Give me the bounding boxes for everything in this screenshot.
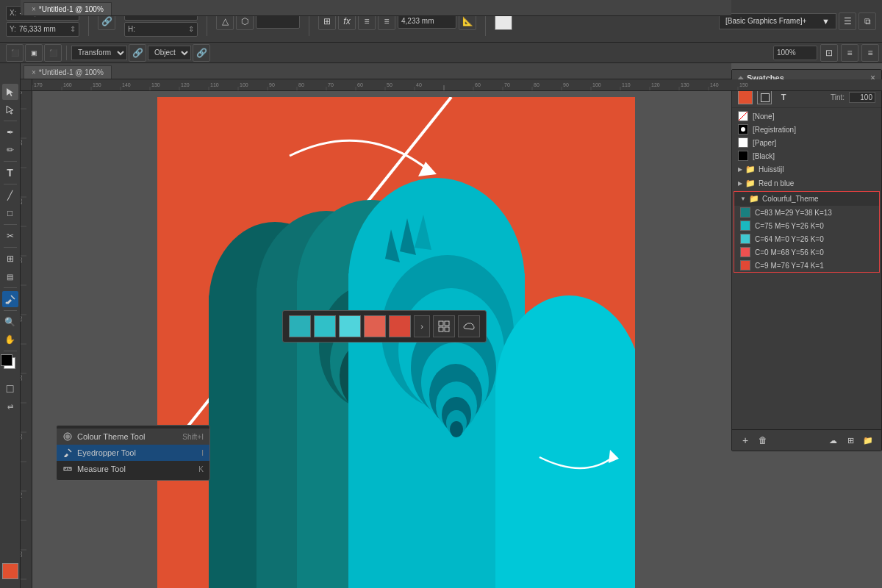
theme-color-3[interactable]: [339, 315, 361, 337]
swatch-none[interactable]: [None]: [732, 110, 881, 123]
measure-tool-icon: [62, 464, 73, 474]
object-dropdown[interactable]: Object: [148, 46, 191, 60]
color-theme-popup[interactable]: ›: [282, 310, 487, 343]
zoom-tool-btn[interactable]: 🔍: [2, 314, 18, 330]
eyedropper-icon: [5, 294, 15, 304]
frame-type-dropdown[interactable]: [Basic Graphics Frame]+ ▼: [719, 13, 836, 29]
theme-next-btn[interactable]: ›: [414, 315, 430, 337]
pen-tool-btn[interactable]: ✒: [2, 124, 18, 140]
theme-cloud-btn[interactable]: [458, 315, 480, 337]
theme-grid-btn[interactable]: [433, 315, 455, 337]
panel-folder-btn[interactable]: 📁: [861, 433, 875, 448]
document-tab[interactable]: × *Untitled-1 @ 100%: [24, 2, 112, 15]
theme-color-4[interactable]: [364, 315, 386, 337]
swatch-list[interactable]: [None] [Registration] [Paper] [B: [732, 108, 881, 429]
transform-dropdown[interactable]: Transform: [71, 46, 127, 60]
more-options-btn[interactable]: ☰: [839, 12, 856, 30]
direct-select-tool-btn[interactable]: [2, 101, 18, 118]
artwork-bg[interactable]: [157, 97, 635, 588]
group-red-n-blue[interactable]: ▶ 📁 Red n blue: [732, 176, 881, 190]
swatch-paper[interactable]: [Paper]: [732, 136, 881, 149]
view-mode-btn[interactable]: ≡: [841, 44, 858, 62]
swatch-text-icon[interactable]: T: [776, 90, 791, 104]
swatch-c75m6y26k0[interactable]: C=75 M=6 Y=26 K=0: [734, 219, 879, 232]
free-transform-btn[interactable]: ⊞: [2, 251, 18, 267]
align-section: ⬛ ▣ ⬛ Transform 🔗 Object 🔗: [3, 44, 213, 62]
eyedropper-tool-item[interactable]: Eyedropper Tool I: [57, 445, 209, 461]
ruler-corner: [21, 79, 32, 91]
canvas-tab[interactable]: × *Untitled-1 @ 100%: [24, 65, 112, 79]
y-field[interactable]: Y: 76,333 mm ⇕: [6, 22, 79, 37]
view-mode2-btn[interactable]: ≡: [861, 44, 879, 62]
panel-add-btn[interactable]: +: [738, 433, 753, 448]
h-field[interactable]: H: ⇕: [124, 22, 198, 37]
tool-sep-3: [4, 184, 17, 184]
svg-text:130: 130: [151, 82, 160, 87]
type-tool-btn[interactable]: T: [2, 165, 18, 181]
select-tool-btn[interactable]: [2, 84, 18, 100]
group-huisstijl[interactable]: ▶ 📁 Huisstijl: [732, 162, 881, 176]
group-colourful-theme[interactable]: ▼ 📁 Colourful_Theme: [734, 192, 879, 206]
align-left2-btn[interactable]: ⬛: [6, 44, 24, 62]
eyedropper-tool-btn[interactable]: [2, 291, 18, 307]
lock2-btn[interactable]: 🔗: [129, 44, 146, 62]
artwork-area[interactable]: [157, 97, 672, 588]
theme-color-2[interactable]: [314, 315, 336, 337]
y-arrows[interactable]: ⇕: [70, 25, 76, 33]
svg-text:90: 90: [269, 82, 275, 87]
fill-none-btn[interactable]: □: [2, 381, 18, 397]
svg-text:50: 50: [21, 375, 23, 381]
swatch-black[interactable]: [Black]: [732, 149, 881, 162]
red-n-blue-label: Red n blue: [759, 179, 794, 187]
accent-color-swatch[interactable]: [2, 563, 18, 579]
swatch-stroke-icon[interactable]: [757, 90, 772, 104]
theme-color-1[interactable]: [289, 315, 311, 337]
h-arrows[interactable]: ⇕: [188, 25, 194, 33]
lock3-btn[interactable]: 🔗: [193, 44, 210, 62]
measure-tool-item[interactable]: Measure Tool K: [57, 461, 209, 477]
pencil-tool-btn[interactable]: ✏: [2, 142, 18, 158]
panel-grid-view-btn[interactable]: ⊞: [843, 433, 858, 448]
svg-point-117: [65, 434, 70, 439]
panel-delete-btn[interactable]: 🗑: [756, 433, 770, 448]
align-center2-btn[interactable]: ▣: [25, 44, 43, 62]
frame-options-btn[interactable]: ⧉: [858, 12, 876, 30]
y-label: Y:: [10, 25, 16, 33]
paper-label: [Paper]: [753, 139, 776, 147]
svg-text:60: 60: [357, 82, 363, 87]
note-tool-btn[interactable]: ✉: [2, 585, 18, 588]
line-tool-btn[interactable]: ╱: [2, 187, 18, 204]
panel-menu-btn[interactable]: ☁: [825, 433, 840, 448]
fg-color-swatch[interactable]: [1, 354, 12, 366]
y-value: 76,333 mm: [19, 25, 56, 33]
gradient-tool-btn[interactable]: ▤: [2, 268, 18, 284]
swatch-c64m0y26k0[interactable]: C=64 M=0 Y=26 K=0: [734, 232, 879, 245]
svg-text:140: 140: [122, 82, 131, 87]
swap-colors-btn[interactable]: ⇄: [2, 398, 18, 415]
colourful-theme-label: Colourful_Theme: [762, 195, 819, 203]
theme-color-5[interactable]: [389, 315, 411, 337]
canvas-area[interactable]: × *Untitled-1 @ 100% 170 160 150 140 130: [21, 63, 882, 588]
swatch-c83m29y38k13[interactable]: C=83 M=29 Y=38 K=13: [734, 206, 879, 219]
swatch-c0m68y56k0[interactable]: C=0 M=68 Y=56 K=0: [734, 245, 879, 259]
zoom-field[interactable]: 100%: [773, 46, 817, 60]
huisstijl-arrow: ▶: [738, 166, 742, 173]
tab-close-icon[interactable]: ×: [32, 5, 36, 13]
eyedropper-tool-icon: [62, 448, 73, 458]
color-theme-tool-item[interactable]: Colour Theme Tool Shift+I: [57, 429, 209, 445]
swatch-c9m76y74k1[interactable]: C=9 M=76 Y=74 K=1: [734, 259, 879, 272]
hand-tool-btn[interactable]: ✋: [2, 331, 18, 348]
svg-text:70: 70: [504, 82, 510, 87]
rect-tool-btn[interactable]: □: [2, 205, 18, 221]
swatch-active-color[interactable]: [738, 90, 753, 104]
color-swatch-stack: [1, 354, 20, 373]
canvas-tab-close[interactable]: ×: [32, 68, 36, 76]
swatch-registration[interactable]: [Registration]: [732, 123, 881, 136]
align-right2-btn[interactable]: ⬛: [44, 44, 62, 62]
tab-bar: × *Untitled-1 @ 100%: [21, 0, 731, 16]
zoom-toggle-btn[interactable]: ⊡: [820, 44, 838, 62]
swatch-dot-3: [740, 234, 750, 244]
scissors-tool-btn[interactable]: ✂: [2, 228, 18, 244]
red-n-blue-folder-icon: 📁: [745, 179, 756, 188]
tint-value[interactable]: 100: [849, 92, 875, 103]
